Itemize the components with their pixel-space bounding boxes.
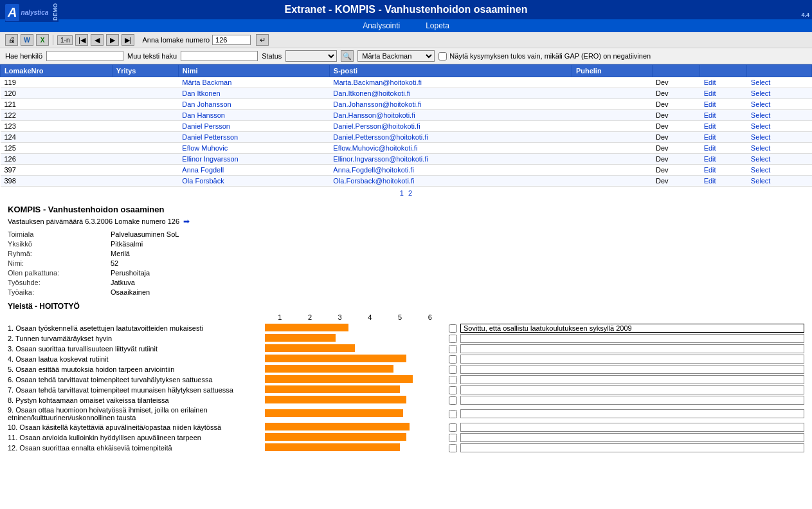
cell-select[interactable]: Select — [747, 165, 812, 176]
checkbox-6[interactable] — [449, 386, 457, 394]
cell-yritys — [112, 154, 178, 165]
cell-edit[interactable]: Edit — [700, 77, 747, 88]
cell-select[interactable]: Select — [747, 143, 812, 154]
cell-select[interactable]: Select — [747, 154, 812, 165]
chart-row: 4. Osaan laatua koskevat rutiinit — [8, 355, 804, 364]
checkbox-4[interactable] — [449, 366, 457, 374]
nav-analysointi[interactable]: Analysointi — [363, 21, 400, 30]
note-input-10[interactable] — [460, 433, 804, 442]
checkbox-cell-10 — [445, 434, 460, 442]
chart-label-9: 10. Osaan käsitellä käytettäviä apuvälin… — [8, 423, 265, 431]
note-input-9[interactable] — [460, 423, 804, 432]
note-input-6[interactable] — [460, 385, 804, 394]
cell-edit[interactable]: Edit — [700, 154, 747, 165]
note-input-8[interactable] — [460, 409, 804, 418]
table-row: 125 Eflow Muhovic Eflow.Muhovic@hoitokot… — [1, 143, 812, 154]
checkbox-7[interactable] — [449, 396, 457, 405]
btn-1n[interactable]: 1-n — [57, 35, 73, 45]
cell-edit[interactable]: Edit — [700, 110, 747, 121]
cell-email: Ellinor.Ingvarsson@hoitokoti.fi — [329, 154, 572, 165]
checkbox-0[interactable] — [449, 324, 457, 333]
excel-icon[interactable]: X — [36, 34, 49, 46]
checkbox-8[interactable] — [449, 410, 457, 418]
cell-edit[interactable]: Edit — [700, 143, 747, 154]
checkbox-cell-3 — [445, 355, 460, 364]
cell-nimi: Daniel Persson — [178, 121, 329, 132]
gap-checkbox[interactable] — [438, 52, 447, 60]
cell-edit[interactable]: Edit — [700, 165, 747, 176]
checkbox-3[interactable] — [449, 355, 457, 364]
checkbox-2[interactable] — [449, 345, 457, 353]
cell-nimi: Eflow Muhovic — [178, 143, 329, 154]
hae-input[interactable] — [46, 51, 123, 61]
table-row: 119 Märta Backman Marta.Backman@hoitokot… — [1, 77, 812, 88]
cell-edit[interactable]: Edit — [700, 121, 747, 132]
user-select[interactable]: Märta Backman — [357, 50, 435, 62]
note-input-4[interactable] — [460, 365, 804, 374]
cell-select[interactable]: Select — [747, 110, 812, 121]
checkbox-9[interactable] — [449, 423, 457, 432]
note-cell-2 — [460, 344, 804, 353]
table-row: 397 Anna Fogdell Anna.Fogdell@hoitokoti.… — [1, 165, 812, 176]
cell-id: 123 — [1, 121, 113, 132]
muu-label: Muu teksti haku — [127, 52, 177, 60]
next-btn[interactable]: ▶ — [106, 34, 119, 46]
cell-select[interactable]: Select — [747, 77, 812, 88]
note-input-5[interactable] — [460, 375, 804, 384]
go-btn[interactable]: ↵ — [256, 34, 269, 46]
bar-cell-3 — [265, 355, 445, 364]
first-btn[interactable]: |◀ — [75, 34, 88, 46]
cell-edit[interactable]: Edit — [700, 176, 747, 187]
cell-email: Daniel.Pettersson@hoitokoti.fi — [329, 132, 572, 143]
note-input-2[interactable] — [460, 344, 804, 353]
cell-dev: Dev — [652, 165, 700, 176]
cell-select[interactable]: Select — [747, 121, 812, 132]
chart-row: 5. Osaan esittää muutoksia hoidon tarpee… — [8, 365, 804, 374]
cell-edit[interactable]: Edit — [700, 88, 747, 99]
toolbar: 🖨 W X 1-n |◀ ◀ ▶ ▶| Anna lomake numero ↵ — [0, 32, 812, 48]
nav-lopeta[interactable]: Lopeta — [426, 21, 449, 30]
form-number-input[interactable] — [212, 35, 251, 45]
checkbox-5[interactable] — [449, 376, 457, 384]
cell-select[interactable]: Select — [747, 99, 812, 110]
cell-nimi: Anna Fogdell — [178, 165, 329, 176]
cell-dev: Dev — [652, 176, 700, 187]
checkbox-1[interactable] — [449, 335, 457, 343]
cell-email: Anna.Fogdell@hoitokoti.fi — [329, 165, 572, 176]
cell-select[interactable]: Select — [747, 88, 812, 99]
print-icon[interactable]: 🖨 — [5, 34, 18, 46]
cell-select[interactable]: Select — [747, 176, 812, 187]
note-input-1[interactable] — [460, 334, 804, 343]
cell-select[interactable]: Select — [747, 132, 812, 143]
cell-edit[interactable]: Edit — [700, 99, 747, 110]
checkbox-cell-0 — [445, 324, 460, 333]
meta-text: Vastauksen päivämäärä 6.3.2006 Lomake nu… — [8, 217, 179, 225]
last-btn[interactable]: ▶| — [122, 34, 134, 46]
note-input-3[interactable] — [460, 355, 804, 364]
info-label: Työaika: — [8, 288, 111, 297]
bar-cell-9 — [265, 423, 445, 432]
checkbox-11[interactable] — [449, 444, 457, 452]
checkbox-10[interactable] — [449, 434, 457, 442]
cell-nimi: Ellinor Ingvarsson — [178, 154, 329, 165]
page-1[interactable]: 1 — [400, 189, 404, 197]
note-input-11[interactable] — [460, 443, 804, 452]
word-icon[interactable]: W — [21, 34, 33, 46]
note-input-7[interactable] — [460, 396, 804, 405]
info-label: Olen palkattuna: — [8, 268, 111, 277]
note-input-0[interactable] — [460, 324, 804, 333]
cell-edit[interactable]: Edit — [700, 132, 747, 143]
page-2[interactable]: 2 — [408, 189, 412, 197]
info-value: Pitkäsalmi — [111, 239, 804, 248]
bar-cell-8 — [265, 409, 445, 418]
prev-btn[interactable]: ◀ — [91, 34, 104, 46]
cell-email: Daniel.Persson@hoitokoti.fi — [329, 121, 572, 132]
chart-row: 10. Osaan käsitellä käytettäviä apuvälin… — [8, 423, 804, 432]
cell-id: 119 — [1, 77, 113, 88]
cell-nimi: Dan Itkonen — [178, 88, 329, 99]
search-icon[interactable]: 🔍 — [341, 50, 354, 62]
status-select[interactable] — [285, 50, 337, 62]
search-bar: Hae henkilö Muu teksti haku Status 🔍 Mär… — [0, 48, 812, 64]
muu-input[interactable] — [181, 51, 258, 61]
meta-arrow[interactable]: ➡ — [183, 217, 190, 226]
